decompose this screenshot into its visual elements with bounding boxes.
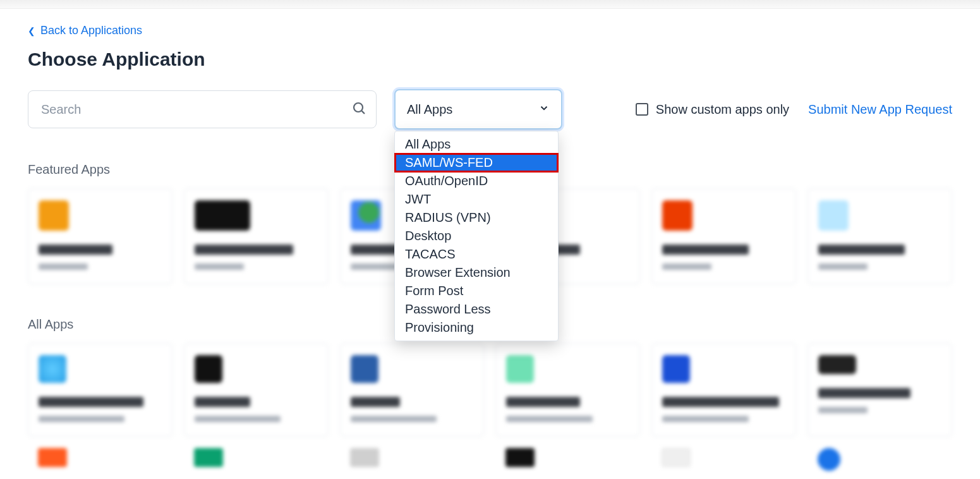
filter-selected-label: All Apps [407,102,452,117]
search-icon[interactable] [351,100,366,118]
controls-row: All Apps All AppsSAML/WS-FEDOAuth/OpenID… [28,89,952,130]
search-input[interactable] [28,90,377,128]
filter-dropdown[interactable]: All AppsSAML/WS-FEDOAuth/OpenIDJWTRADIUS… [394,131,559,341]
app-card[interactable] [184,188,329,284]
app-card[interactable] [340,343,485,437]
app-card[interactable] [495,343,640,437]
back-to-applications-link[interactable]: ❮ Back to Applications [28,21,142,49]
app-card-partial[interactable] [662,448,691,467]
app-card[interactable] [808,343,952,437]
custom-apps-checkbox[interactable]: Show custom apps only [636,102,789,117]
page-content: ❮ Back to Applications Choose Applicatio… [0,9,980,479]
app-card[interactable] [808,188,952,284]
app-card-partial[interactable] [194,448,223,467]
app-card-partial[interactable] [350,448,379,467]
submit-new-app-link[interactable]: Submit New App Request [808,102,952,117]
right-controls: Show custom apps only Submit New App Req… [636,102,952,117]
filter-option[interactable]: Provisioning [395,318,558,337]
all-apps-grid [28,343,952,437]
app-card[interactable] [28,343,172,437]
search-wrapper [28,90,377,128]
filter-option[interactable]: RADIUS (VPN) [395,209,558,227]
checkbox-icon [636,103,648,116]
chevron-down-icon [538,102,550,117]
app-card-partial[interactable] [505,448,535,467]
all-apps-grid-row3 [28,448,952,471]
filter-option[interactable]: Password Less [395,300,558,318]
page-title: Choose Application [28,49,952,70]
window-topbar [0,0,980,9]
app-card[interactable] [651,343,796,437]
app-card-partial[interactable] [38,448,67,467]
filter-option[interactable]: Browser Extension [395,264,558,282]
filter-select-wrapper: All Apps All AppsSAML/WS-FEDOAuth/OpenID… [394,89,562,130]
app-card[interactable] [28,188,172,284]
filter-select-button[interactable]: All Apps [394,89,562,130]
app-card[interactable] [651,188,796,284]
filter-option[interactable]: Form Post [395,282,558,300]
filter-option[interactable]: TACACS [395,245,558,264]
app-card-partial[interactable] [818,448,840,471]
chevron-left-icon: ❮ [28,26,35,36]
filter-option[interactable]: All Apps [395,135,558,154]
app-card[interactable] [184,343,329,437]
filter-option[interactable]: OAuth/OpenID [395,172,558,190]
svg-point-0 [354,103,363,112]
back-label: Back to Applications [40,24,142,37]
checkbox-label: Show custom apps only [656,102,789,117]
filter-option[interactable]: Desktop [395,227,558,245]
filter-option[interactable]: SAML/WS-FED [395,154,558,172]
filter-option[interactable]: JWT [395,190,558,209]
svg-line-1 [362,111,365,114]
